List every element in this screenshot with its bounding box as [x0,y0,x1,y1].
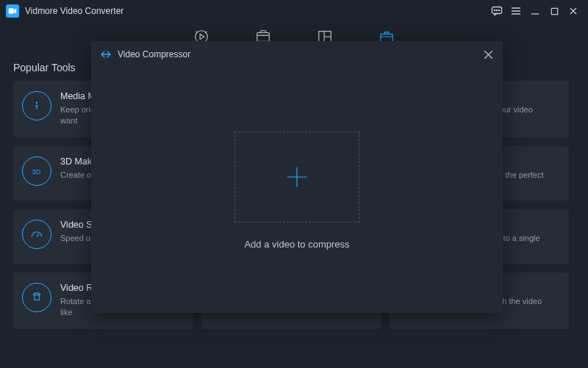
close-button[interactable] [566,4,581,18]
add-video-dropzone[interactable] [234,131,359,223]
rotate-icon [22,283,51,312]
svg-point-11 [36,102,37,103]
svg-point-4 [498,10,499,10]
title-bar: Vidmore Video Converter [0,0,588,22]
dialog-title: Video Compressor [118,49,483,59]
app-title: Vidmore Video Converter [25,6,123,16]
svg-rect-5 [551,8,557,14]
svg-text:3D: 3D [32,167,41,175]
svg-rect-13 [35,295,40,300]
3d-icon: 3D [22,156,51,186]
info-icon [22,91,51,120]
dialog-body: Add a video to compress [91,68,503,313]
maximize-button[interactable] [547,4,562,18]
svg-rect-0 [9,8,14,14]
dropzone-label: Add a video to compress [244,239,349,250]
svg-rect-7 [257,33,270,42]
compress-icon [100,48,112,60]
dialog-header: Video Compressor [91,41,503,68]
minimize-button[interactable] [528,4,542,18]
speedometer-icon [22,220,51,249]
app-logo-icon [6,4,19,18]
feedback-button[interactable] [490,4,504,18]
svg-point-3 [496,10,497,10]
video-compressor-dialog: Video Compressor Add a video to compress [91,41,503,313]
svg-point-2 [494,10,495,10]
menu-button[interactable] [509,4,523,18]
dialog-close-button[interactable] [483,49,494,60]
